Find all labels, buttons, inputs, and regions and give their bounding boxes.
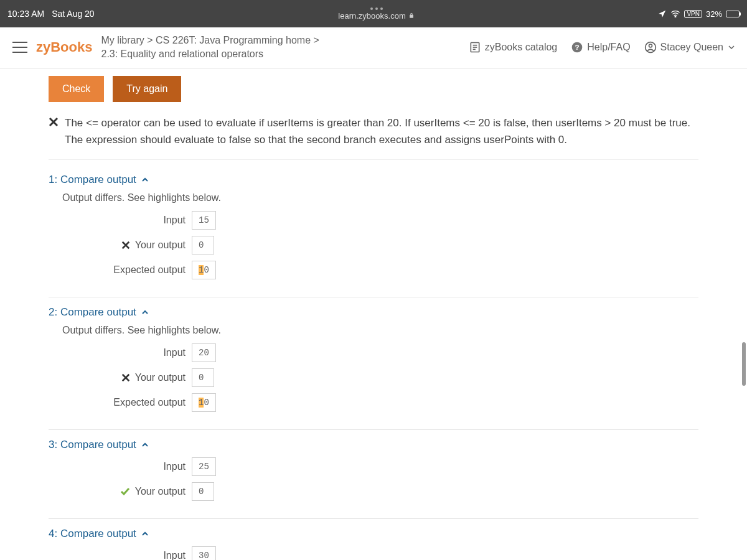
app-header: zyBooks My library > CS 226T: Java Progr…: [0, 27, 747, 68]
input-value: 20: [192, 343, 216, 362]
your-output-value: 0: [192, 368, 214, 387]
input-label: Input: [163, 347, 186, 358]
battery-percent: 32%: [706, 9, 722, 19]
catalog-label: zyBooks catalog: [485, 42, 558, 53]
x-icon: [121, 373, 130, 382]
test-title-toggle[interactable]: 1: Compare output: [49, 174, 698, 186]
help-icon: ?: [571, 41, 583, 54]
device-status-bar: 10:23 AM Sat Aug 20 learn.zybooks.com VP…: [0, 0, 747, 27]
test-section: 3: Compare output Input 25 Your output 0: [49, 439, 698, 519]
expected-output-label: Expected output: [113, 397, 186, 408]
input-label: Input: [163, 215, 186, 226]
output-differs-msg: Output differs. See highlights below.: [62, 325, 698, 336]
check-icon: [120, 487, 130, 497]
breadcrumb[interactable]: My library > CS 226T: Java Programming h…: [101, 34, 459, 62]
x-icon: [121, 241, 130, 250]
chevron-up-icon: [141, 441, 149, 449]
test-section: 2: Compare output Output differs. See hi…: [49, 306, 698, 430]
test-title-text: 1: Compare output: [49, 174, 136, 186]
chevron-up-icon: [141, 530, 149, 538]
catalog-icon: [469, 41, 481, 54]
test-section: 1: Compare output Output differs. See hi…: [49, 174, 698, 297]
main-content: Check Try again The <= operator can be u…: [0, 68, 747, 560]
test-title-text: 2: Compare output: [49, 306, 136, 319]
test-title-text: 4: Compare output: [49, 528, 136, 540]
breadcrumb-line1[interactable]: My library > CS 226T: Java Programming h…: [101, 34, 459, 47]
svg-point-8: [649, 44, 652, 47]
tab-dots-icon: [370, 7, 383, 10]
input-value: 15: [192, 211, 216, 230]
user-label: Stacey Queen: [660, 42, 723, 53]
battery-icon: [726, 11, 740, 17]
help-label: Help/FAQ: [587, 42, 630, 53]
x-icon: [49, 117, 59, 127]
help-link[interactable]: ? Help/FAQ: [571, 41, 630, 54]
expected-output-label: Expected output: [113, 264, 186, 276]
expected-output-value: 10: [192, 261, 216, 279]
feedback-text: The <= operator can be used to evaluate …: [65, 114, 698, 148]
test-title-text: 3: Compare output: [49, 439, 136, 451]
input-value: 30: [192, 546, 216, 560]
test-title-toggle[interactable]: 4: Compare output: [49, 528, 698, 540]
menu-icon[interactable]: [12, 42, 27, 53]
lock-icon: [408, 12, 415, 19]
svg-point-0: [675, 16, 677, 17]
your-output-label: Your output: [135, 240, 186, 251]
your-output-value: 0: [192, 482, 214, 501]
your-output-label: Your output: [135, 486, 186, 497]
input-value: 25: [192, 457, 216, 476]
url-text: learn.zybooks.com: [338, 11, 405, 21]
status-time: 10:23 AM: [7, 9, 44, 19]
wifi-icon: [670, 10, 680, 17]
status-date: Sat Aug 20: [52, 9, 95, 19]
vpn-badge: VPN: [684, 10, 702, 18]
catalog-link[interactable]: zyBooks catalog: [469, 41, 558, 54]
check-button[interactable]: Check: [49, 76, 104, 102]
scroll-indicator[interactable]: [742, 342, 746, 386]
test-section: 4: Compare output Input 30: [49, 528, 698, 560]
input-label: Input: [163, 461, 186, 472]
svg-text:?: ?: [575, 44, 580, 52]
location-icon: [658, 9, 667, 18]
input-label: Input: [163, 550, 186, 560]
your-output-value: 0: [192, 236, 214, 254]
zybooks-logo[interactable]: zyBooks: [36, 39, 92, 55]
your-output-label: Your output: [135, 372, 186, 383]
feedback-message: The <= operator can be used to evaluate …: [49, 114, 698, 160]
output-differs-msg: Output differs. See highlights below.: [62, 192, 698, 203]
expected-output-value: 10: [192, 393, 216, 412]
chevron-up-icon: [141, 176, 149, 184]
test-title-toggle[interactable]: 3: Compare output: [49, 439, 698, 451]
chevron-up-icon: [141, 309, 149, 316]
test-title-toggle[interactable]: 2: Compare output: [49, 306, 698, 319]
user-menu[interactable]: Stacey Queen: [644, 41, 735, 54]
try-again-button[interactable]: Try again: [113, 76, 181, 102]
user-icon: [644, 41, 657, 54]
chevron-down-icon: [728, 44, 735, 50]
breadcrumb-line2: 2.3: Equality and relational operators: [101, 47, 459, 61]
